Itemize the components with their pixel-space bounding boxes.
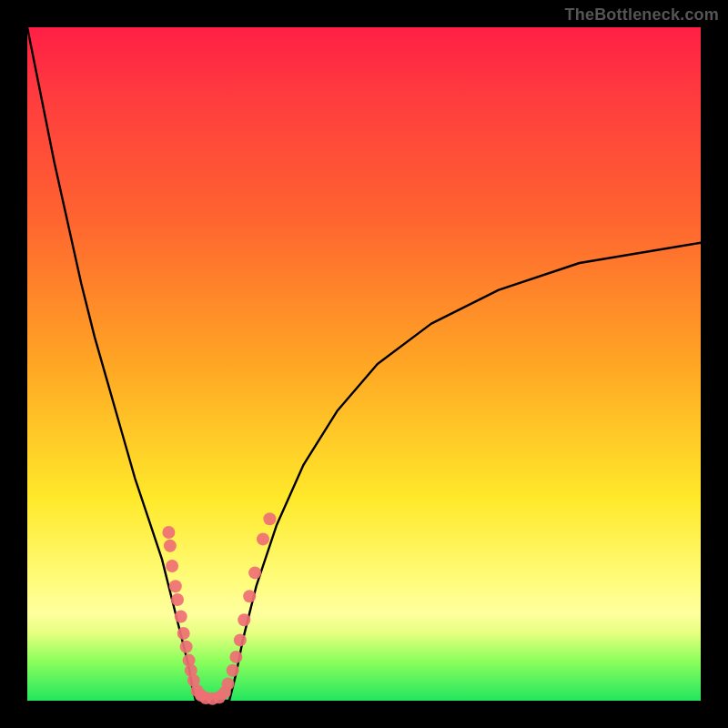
data-marker [166, 560, 178, 572]
data-marker [171, 593, 184, 606]
bottleneck-curve [27, 27, 701, 701]
curve-layer [27, 27, 701, 701]
data-marker [257, 532, 269, 545]
data-marker [175, 611, 187, 623]
plot-area [27, 27, 701, 701]
chart-frame: TheBottleneck.com [0, 0, 728, 728]
data-marker [180, 641, 193, 653]
marker-layer [162, 512, 276, 705]
data-marker [263, 512, 276, 525]
data-marker [243, 590, 256, 602]
data-marker [169, 580, 182, 592]
data-marker [162, 526, 175, 539]
chart-svg [27, 27, 701, 701]
data-marker [234, 633, 247, 646]
data-marker [248, 566, 261, 579]
data-marker [227, 664, 239, 677]
data-marker [229, 651, 242, 663]
data-marker [177, 627, 190, 640]
data-marker [222, 678, 235, 691]
watermark-text: TheBottleneck.com [565, 5, 719, 25]
data-marker [238, 613, 250, 626]
data-marker [164, 540, 177, 552]
